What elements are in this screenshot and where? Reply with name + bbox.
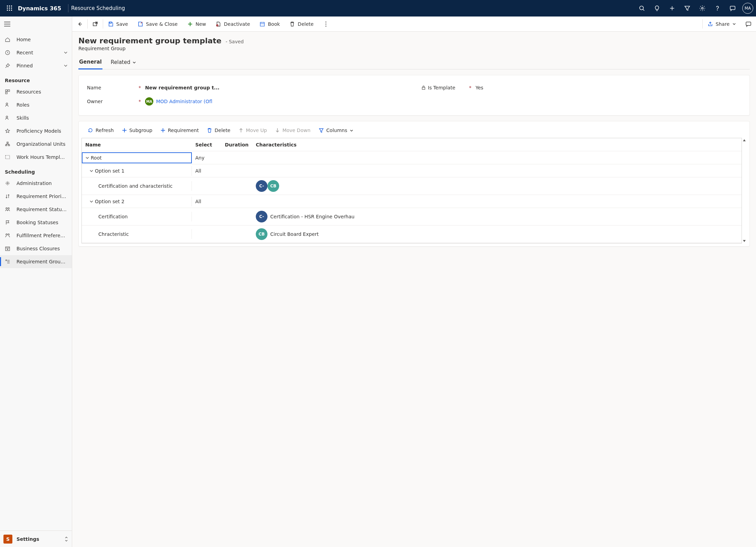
- characteristic-chip[interactable]: C-: [256, 211, 267, 222]
- expand-toggle[interactable]: [89, 199, 94, 204]
- user-avatar[interactable]: MA: [742, 3, 753, 14]
- search-button[interactable]: [634, 0, 649, 17]
- settings-button[interactable]: [695, 0, 710, 17]
- cell-select[interactable]: [192, 183, 221, 189]
- cell-duration[interactable]: [221, 214, 252, 219]
- grid-delete-button[interactable]: Delete: [204, 125, 234, 135]
- assistant-button[interactable]: [725, 0, 740, 17]
- owner-name: MOD Administrator (Ofl: [156, 99, 212, 104]
- grid-row[interactable]: Certification and characteristic C-CB: [82, 177, 742, 195]
- book-button[interactable]: Book: [255, 17, 285, 31]
- cell-name[interactable]: Certification and characteristic: [82, 181, 192, 191]
- nav-req-priorities[interactable]: Requirement Priorities: [0, 190, 72, 203]
- cell-duration[interactable]: [221, 155, 252, 161]
- subgroup-button[interactable]: Subgroup: [119, 125, 156, 135]
- filter-button[interactable]: [680, 0, 695, 17]
- nav-skills[interactable]: Skills: [0, 111, 72, 124]
- delete-button[interactable]: Delete: [285, 17, 318, 31]
- nav-administration[interactable]: Administration: [0, 177, 72, 190]
- refresh-button[interactable]: Refresh: [84, 125, 117, 135]
- lightbulb-button[interactable]: [649, 0, 665, 17]
- cell-name[interactable]: Option set 2: [82, 197, 192, 206]
- grid-row[interactable]: Certification C-Certification - HSR Engi…: [82, 208, 742, 226]
- open-new-window-button[interactable]: [88, 17, 103, 31]
- requirement-button[interactable]: Requirement: [157, 125, 202, 135]
- columns-button[interactable]: Columns: [315, 125, 357, 135]
- cell-select[interactable]: [192, 231, 221, 237]
- nav-req-group[interactable]: Requirement Group ...: [0, 255, 72, 268]
- cell-name[interactable]: Root: [82, 152, 192, 163]
- nav-label: Pinned: [17, 63, 58, 68]
- grid-row[interactable]: Option set 1 All: [82, 164, 742, 177]
- cell-characteristics[interactable]: [252, 168, 742, 174]
- chevron-down-icon: [732, 22, 736, 26]
- nav-collapse-button[interactable]: [0, 17, 72, 32]
- new-button[interactable]: New: [183, 17, 211, 31]
- expand-toggle[interactable]: [85, 156, 89, 160]
- help-button[interactable]: [710, 0, 725, 17]
- search-icon: [639, 5, 645, 11]
- col-header-characteristics[interactable]: Characteristics: [252, 139, 742, 150]
- save-close-button[interactable]: Save & Close: [133, 17, 182, 31]
- nav-resources[interactable]: Resources: [0, 85, 72, 98]
- nav-org-units[interactable]: Organizational Units: [0, 138, 72, 151]
- cell-duration[interactable]: [221, 231, 252, 237]
- cell-name[interactable]: Certification: [82, 212, 192, 221]
- brand-name[interactable]: Dynamics 365: [17, 5, 65, 12]
- app-name[interactable]: Resource Scheduling: [71, 5, 125, 11]
- scrollbar-stub[interactable]: [742, 138, 747, 243]
- col-header-select[interactable]: Select: [192, 139, 221, 150]
- expand-toggle[interactable]: [89, 169, 94, 173]
- characteristic-chip[interactable]: CB: [267, 180, 279, 192]
- cell-name[interactable]: Option set 1: [82, 166, 192, 176]
- nav-fulfillment[interactable]: Fulfillment Preferences: [0, 229, 72, 242]
- owner-lookup[interactable]: MA MOD Administrator (Ofl: [145, 97, 212, 106]
- scroll-up-icon: [743, 139, 746, 142]
- cell-characteristics[interactable]: [252, 155, 742, 161]
- tab-general[interactable]: General: [78, 55, 102, 69]
- grid-row[interactable]: Chracteristic CBCircuit Board Expert: [82, 226, 742, 243]
- nav-home[interactable]: Home: [0, 33, 72, 46]
- cell-select[interactable]: [192, 214, 221, 219]
- back-button[interactable]: [72, 17, 87, 31]
- cell-characteristics[interactable]: CBCircuit Board Expert: [252, 226, 742, 243]
- cell-select[interactable]: Any: [192, 152, 221, 163]
- app-launcher-button[interactable]: [3, 0, 17, 17]
- area-switcher[interactable]: S Settings: [0, 530, 72, 547]
- field-value-name[interactable]: New requirement group t...: [145, 85, 407, 90]
- deactivate-button[interactable]: Deactivate: [211, 17, 255, 31]
- cell-characteristics[interactable]: C-Certification - HSR Engine Overhau: [252, 208, 742, 225]
- grid-row[interactable]: Option set 2 All: [82, 195, 742, 208]
- nav-work-hours[interactable]: Work Hours Templates: [0, 151, 72, 164]
- characteristic-chip[interactable]: CB: [256, 228, 267, 240]
- overflow-button[interactable]: [318, 17, 333, 31]
- nav-booking-statuses[interactable]: Booking Statuses: [0, 216, 72, 229]
- nav-label: Requirement Priorities: [17, 194, 68, 199]
- requirements-grid[interactable]: Name Select Duration Characteristics Roo…: [81, 138, 742, 243]
- home-icon: [5, 37, 11, 42]
- add-button[interactable]: [665, 0, 680, 17]
- nav-roles[interactable]: Roles: [0, 98, 72, 111]
- col-header-duration[interactable]: Duration: [221, 139, 252, 150]
- col-header-name[interactable]: Name: [82, 139, 192, 150]
- cell-duration[interactable]: [221, 168, 252, 174]
- cell-select[interactable]: All: [192, 165, 221, 176]
- cell-duration[interactable]: [221, 199, 252, 204]
- save-button[interactable]: Save: [103, 17, 133, 31]
- cell-name[interactable]: Chracteristic: [82, 229, 192, 239]
- cell-characteristics[interactable]: C-CB: [252, 177, 742, 195]
- grid-row[interactable]: Root Any: [82, 151, 742, 164]
- nav-proficiency[interactable]: Proficiency Models: [0, 124, 72, 138]
- share-button[interactable]: Share: [703, 17, 741, 31]
- svg-rect-7: [9, 10, 10, 11]
- tab-related[interactable]: Related: [110, 55, 137, 69]
- nav-biz-closures[interactable]: Business Closures: [0, 242, 72, 255]
- nav-req-statuses[interactable]: Requirement Statuses: [0, 203, 72, 216]
- nav-pinned[interactable]: Pinned: [0, 59, 72, 72]
- cell-duration[interactable]: [221, 183, 252, 189]
- assistant-panel-button[interactable]: [741, 17, 756, 31]
- cell-select[interactable]: All: [192, 196, 221, 207]
- characteristic-chip[interactable]: C-: [256, 180, 267, 192]
- nav-recent[interactable]: Recent: [0, 46, 72, 59]
- cell-characteristics[interactable]: [252, 199, 742, 204]
